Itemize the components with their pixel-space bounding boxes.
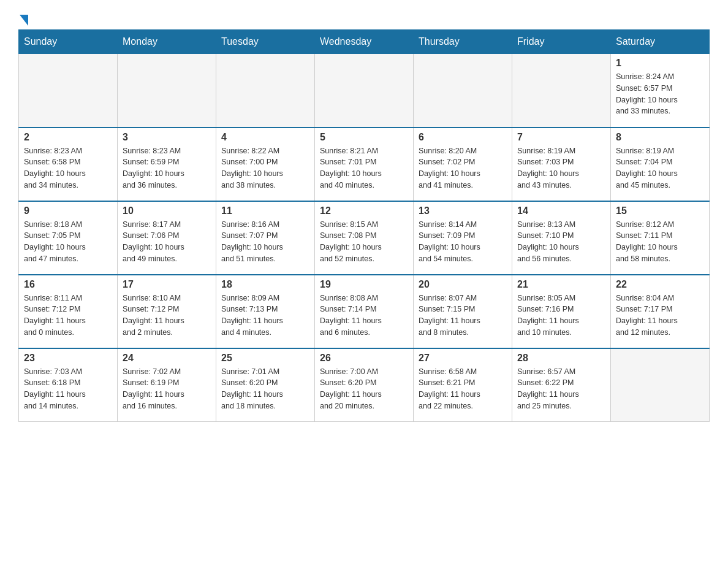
day-number: 1 [616,58,704,69]
calendar-cell: 17Sunrise: 8:10 AMSunset: 7:12 PMDayligh… [118,275,216,348]
day-header-friday: Friday [512,30,611,54]
day-number: 13 [419,205,507,216]
day-number: 22 [616,279,704,290]
day-info: Sunrise: 8:24 AMSunset: 6:57 PMDaylight:… [616,71,704,117]
day-info: Sunrise: 8:22 AMSunset: 7:00 PMDaylight:… [221,145,309,191]
day-number: 11 [221,205,309,216]
calendar-cell [512,54,611,128]
day-number: 14 [517,205,605,216]
day-info: Sunrise: 7:02 AMSunset: 6:19 PMDaylight:… [123,366,211,412]
day-header-tuesday: Tuesday [216,30,315,54]
calendar-cell [611,348,710,422]
day-info: Sunrise: 8:13 AMSunset: 7:10 PMDaylight:… [517,219,605,265]
day-info: Sunrise: 8:09 AMSunset: 7:13 PMDaylight:… [221,293,309,339]
calendar-cell: 23Sunrise: 7:03 AMSunset: 6:18 PMDayligh… [19,348,118,422]
day-number: 2 [24,132,112,143]
calendar-cell: 9Sunrise: 8:18 AMSunset: 7:05 PMDaylight… [19,201,118,275]
day-info: Sunrise: 8:20 AMSunset: 7:02 PMDaylight:… [419,145,507,191]
day-info: Sunrise: 6:57 AMSunset: 6:22 PMDaylight:… [517,366,605,412]
day-number: 23 [24,353,112,364]
logo [18,12,28,23]
calendar-cell: 10Sunrise: 8:17 AMSunset: 7:06 PMDayligh… [118,201,216,275]
day-number: 28 [517,353,605,364]
calendar-cell: 6Sunrise: 8:20 AMSunset: 7:02 PMDaylight… [414,128,512,201]
page-header [18,12,710,23]
day-header-monday: Monday [118,30,216,54]
day-number: 4 [221,132,309,143]
calendar-cell: 22Sunrise: 8:04 AMSunset: 7:17 PMDayligh… [611,275,710,348]
day-number: 5 [320,132,408,143]
day-info: Sunrise: 8:19 AMSunset: 7:04 PMDaylight:… [616,145,704,191]
day-header-saturday: Saturday [611,30,710,54]
calendar-cell: 3Sunrise: 8:23 AMSunset: 6:59 PMDaylight… [118,128,216,201]
calendar-cell: 20Sunrise: 8:07 AMSunset: 7:15 PMDayligh… [414,275,512,348]
calendar-table: SundayMondayTuesdayWednesdayThursdayFrid… [18,29,710,422]
day-info: Sunrise: 7:00 AMSunset: 6:20 PMDaylight:… [320,366,408,412]
calendar-cell: 14Sunrise: 8:13 AMSunset: 7:10 PMDayligh… [512,201,611,275]
day-number: 16 [24,279,112,290]
day-info: Sunrise: 8:15 AMSunset: 7:08 PMDaylight:… [320,219,408,265]
day-number: 3 [123,132,211,143]
calendar-cell: 11Sunrise: 8:16 AMSunset: 7:07 PMDayligh… [216,201,315,275]
calendar-cell: 28Sunrise: 6:57 AMSunset: 6:22 PMDayligh… [512,348,611,422]
day-number: 6 [419,132,507,143]
day-info: Sunrise: 8:23 AMSunset: 6:59 PMDaylight:… [123,145,211,191]
day-number: 12 [320,205,408,216]
day-info: Sunrise: 8:23 AMSunset: 6:58 PMDaylight:… [24,145,112,191]
day-number: 17 [123,279,211,290]
calendar-cell: 8Sunrise: 8:19 AMSunset: 7:04 PMDaylight… [611,128,710,201]
calendar-cell [414,54,512,128]
calendar-week-row: 2Sunrise: 8:23 AMSunset: 6:58 PMDaylight… [19,128,710,201]
day-number: 8 [616,132,704,143]
day-info: Sunrise: 8:07 AMSunset: 7:15 PMDaylight:… [419,293,507,339]
calendar-cell: 18Sunrise: 8:09 AMSunset: 7:13 PMDayligh… [216,275,315,348]
day-info: Sunrise: 8:18 AMSunset: 7:05 PMDaylight:… [24,219,112,265]
day-number: 10 [123,205,211,216]
calendar-cell: 21Sunrise: 8:05 AMSunset: 7:16 PMDayligh… [512,275,611,348]
calendar-cell: 16Sunrise: 8:11 AMSunset: 7:12 PMDayligh… [19,275,118,348]
day-number: 15 [616,205,704,216]
day-number: 27 [419,353,507,364]
day-info: Sunrise: 8:08 AMSunset: 7:14 PMDaylight:… [320,293,408,339]
calendar-week-row: 9Sunrise: 8:18 AMSunset: 7:05 PMDaylight… [19,201,710,275]
calendar-cell: 5Sunrise: 8:21 AMSunset: 7:01 PMDaylight… [315,128,414,201]
calendar-cell [19,54,118,128]
day-info: Sunrise: 8:19 AMSunset: 7:03 PMDaylight:… [517,145,605,191]
calendar-cell [315,54,414,128]
day-number: 18 [221,279,309,290]
calendar-cell: 1Sunrise: 8:24 AMSunset: 6:57 PMDaylight… [611,54,710,128]
calendar-cell: 12Sunrise: 8:15 AMSunset: 7:08 PMDayligh… [315,201,414,275]
calendar-cell: 7Sunrise: 8:19 AMSunset: 7:03 PMDaylight… [512,128,611,201]
day-info: Sunrise: 8:11 AMSunset: 7:12 PMDaylight:… [24,293,112,339]
day-number: 26 [320,353,408,364]
calendar-week-row: 1Sunrise: 8:24 AMSunset: 6:57 PMDaylight… [19,54,710,128]
day-number: 24 [123,353,211,364]
day-info: Sunrise: 7:03 AMSunset: 6:18 PMDaylight:… [24,366,112,412]
calendar-cell [216,54,315,128]
day-number: 21 [517,279,605,290]
calendar-week-row: 16Sunrise: 8:11 AMSunset: 7:12 PMDayligh… [19,275,710,348]
calendar-cell: 4Sunrise: 8:22 AMSunset: 7:00 PMDaylight… [216,128,315,201]
calendar-cell: 27Sunrise: 6:58 AMSunset: 6:21 PMDayligh… [414,348,512,422]
day-info: Sunrise: 8:17 AMSunset: 7:06 PMDaylight:… [123,219,211,265]
day-number: 19 [320,279,408,290]
calendar-week-row: 23Sunrise: 7:03 AMSunset: 6:18 PMDayligh… [19,348,710,422]
calendar-cell: 26Sunrise: 7:00 AMSunset: 6:20 PMDayligh… [315,348,414,422]
day-number: 20 [419,279,507,290]
day-info: Sunrise: 6:58 AMSunset: 6:21 PMDaylight:… [419,366,507,412]
calendar-cell: 13Sunrise: 8:14 AMSunset: 7:09 PMDayligh… [414,201,512,275]
day-number: 7 [517,132,605,143]
day-info: Sunrise: 8:04 AMSunset: 7:17 PMDaylight:… [616,293,704,339]
day-info: Sunrise: 8:21 AMSunset: 7:01 PMDaylight:… [320,145,408,191]
day-info: Sunrise: 7:01 AMSunset: 6:20 PMDaylight:… [221,366,309,412]
calendar-cell [118,54,216,128]
calendar-cell: 25Sunrise: 7:01 AMSunset: 6:20 PMDayligh… [216,348,315,422]
day-number: 9 [24,205,112,216]
logo-arrow-icon [20,15,28,26]
calendar-cell: 24Sunrise: 7:02 AMSunset: 6:19 PMDayligh… [118,348,216,422]
calendar-cell: 15Sunrise: 8:12 AMSunset: 7:11 PMDayligh… [611,201,710,275]
day-info: Sunrise: 8:12 AMSunset: 7:11 PMDaylight:… [616,219,704,265]
day-info: Sunrise: 8:16 AMSunset: 7:07 PMDaylight:… [221,219,309,265]
calendar-cell: 19Sunrise: 8:08 AMSunset: 7:14 PMDayligh… [315,275,414,348]
calendar-cell: 2Sunrise: 8:23 AMSunset: 6:58 PMDaylight… [19,128,118,201]
